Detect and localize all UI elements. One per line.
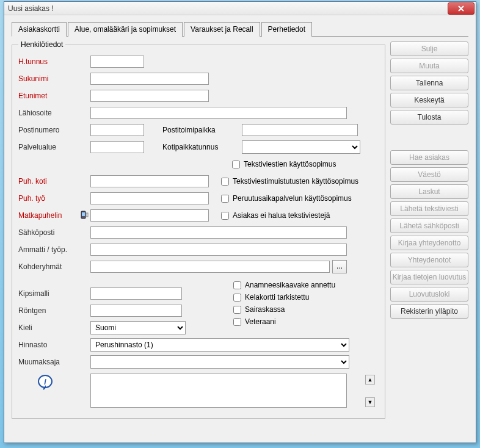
- label-htunnus: H.tunnus: [18, 57, 90, 66]
- notes-textarea[interactable]: [90, 374, 347, 408]
- label-ammatti: Ammatti / työp.: [18, 245, 90, 254]
- rekisterin-yllapito-button[interactable]: Rekisterin ylläpito: [390, 304, 468, 319]
- tab-varaukset[interactable]: Varaukset ja Recall: [184, 22, 260, 37]
- svg-rect-1: [82, 212, 85, 216]
- status-checks: Anamneesikaavake annettu Kelakortti tark…: [233, 281, 335, 337]
- label-etunimet: Etunimet: [18, 92, 90, 100]
- dialog-window: Uusi asiakas ! Asiakaskortti Alue, omalä…: [4, 1, 476, 443]
- puhtyo-input[interactable]: [90, 192, 209, 204]
- postitoimipaikka-input[interactable]: [242, 124, 358, 136]
- scroll-down-button[interactable]: ▼: [365, 397, 375, 407]
- label-palvelualue: Palvelualue: [18, 143, 90, 151]
- chk-veteraani[interactable]: Veteraani: [233, 317, 335, 326]
- luovutusloki-button[interactable]: Luovutusloki: [390, 287, 468, 302]
- kohderyhmat-input[interactable]: [90, 261, 330, 273]
- mobile-icon: [79, 211, 89, 220]
- kieli-select[interactable]: Suomi: [90, 321, 186, 334]
- kirjaa-yhteydenotto-button[interactable]: Kirjaa yhteydenotto: [390, 236, 468, 250]
- rontgen-input[interactable]: [90, 305, 182, 317]
- keskeyta-button[interactable]: Keskeytä: [390, 93, 468, 107]
- postinumero-input[interactable]: [90, 124, 144, 136]
- label-kieli: Kieli: [18, 323, 90, 332]
- window-title: Uusi asiakas !: [8, 4, 54, 13]
- muumaksaja-select[interactable]: [90, 355, 349, 369]
- label-rontgen: Röntgen: [18, 306, 90, 315]
- sidebar: Sulje Muuta Tallenna Keskeytä Tulosta Ha…: [390, 40, 468, 419]
- kohderyhmat-browse-button[interactable]: ...: [332, 260, 347, 273]
- close-button[interactable]: [448, 2, 475, 15]
- chk-muistutus-sopimus[interactable]: Tekstiviestimuistutusten käyttösopimus: [221, 177, 358, 186]
- chk-anamneesi[interactable]: Anamneesikaavake annettu: [233, 281, 335, 289]
- label-kipsimalli: Kipsimalli: [18, 289, 90, 298]
- scroll-up-button[interactable]: ▲: [365, 375, 375, 385]
- puhkoti-input[interactable]: [90, 175, 209, 187]
- kotipaikkatunnus-select[interactable]: [242, 140, 360, 154]
- label-puhtyo: Puh. työ: [18, 194, 90, 203]
- muuta-button[interactable]: Muuta: [390, 59, 468, 73]
- chk-sairaskassa[interactable]: Sairaskassa: [233, 305, 335, 314]
- sukunimi-input[interactable]: [90, 73, 209, 85]
- matkapuhelin-input[interactable]: [90, 209, 209, 222]
- henkilotiedot-fieldset: Henkilötiedot H.tunnus Sukunimi Etunimet: [12, 40, 385, 419]
- close-icon: [458, 5, 464, 12]
- tallenna-button[interactable]: Tallenna: [390, 76, 468, 90]
- titlebar: Uusi asiakas !: [4, 2, 476, 15]
- label-puhkoti: Puh. koti: [18, 177, 90, 186]
- sahkoposti-input[interactable]: [90, 226, 347, 239]
- label-sahkoposti: Sähköposti: [18, 228, 90, 237]
- tab-asiakaskortti[interactable]: Asiakaskortti: [12, 22, 67, 37]
- kirjaa-luovutus-button[interactable]: Kirjaa tietojen luovutus: [390, 270, 468, 284]
- ammatti-input[interactable]: [90, 244, 347, 256]
- hinnasto-select[interactable]: Perushinnasto (1): [90, 338, 349, 352]
- sms-checks: Tekstiviestien käyttösopimus: [232, 159, 336, 170]
- laheta-sahkoposti-button[interactable]: Lähetä sähköposti: [390, 219, 468, 233]
- label-postinumero: Postinumero: [18, 126, 90, 134]
- laheta-tekstiviesti-button[interactable]: Lähetä tekstiviesti: [390, 201, 468, 216]
- lahiosoite-input[interactable]: [90, 107, 347, 119]
- vaesto-button[interactable]: Väestö: [390, 167, 468, 182]
- label-postitoimipaikka: Postitoimipaikka: [162, 126, 242, 134]
- palvelualue-input[interactable]: [90, 141, 144, 153]
- laskut-button[interactable]: Laskut: [390, 184, 468, 199]
- sulje-button[interactable]: Sulje: [390, 42, 468, 56]
- form-panel: Henkilötiedot H.tunnus Sukunimi Etunimet: [12, 40, 385, 419]
- tab-bar: Asiakaskortti Alue, omalääkäri ja sopimu…: [12, 21, 468, 37]
- label-kotipaikkatunnus: Kotipaikkatunnus: [162, 143, 242, 151]
- tulosta-button[interactable]: Tulosta: [390, 110, 468, 125]
- hae-asiakas-button[interactable]: Hae asiakas: [390, 150, 468, 165]
- yhteydenotot-button[interactable]: Yhteydenotot: [390, 253, 468, 267]
- svg-rect-2: [86, 213, 88, 217]
- label-muumaksaja: Muumaksaja: [18, 358, 90, 366]
- chk-ei-tekstiviesteja[interactable]: Asiakas ei halua tekstiviestejä: [221, 211, 330, 220]
- label-lahiosoite: Lähiosoite: [18, 109, 90, 117]
- label-kohderyhmat: Kohderyhmät: [18, 262, 90, 271]
- label-matkapuhelin: Matkapuhelin: [18, 211, 79, 220]
- chk-kelakortti[interactable]: Kelakortti tarkistettu: [233, 293, 335, 302]
- etunimet-input[interactable]: [90, 90, 209, 102]
- kipsimalli-input[interactable]: [90, 287, 182, 300]
- chk-peruutus-sopimus[interactable]: Peruutusaikapalvelun käyttösopimus: [221, 194, 352, 203]
- info-icon: i: [37, 384, 54, 392]
- chk-tekstiviesti-sopimus[interactable]: Tekstiviestien käyttösopimus: [232, 160, 336, 168]
- htunnus-input[interactable]: [90, 56, 144, 68]
- tab-alue[interactable]: Alue, omalääkäri ja sopimukset: [68, 22, 183, 37]
- label-hinnasto: Hinnasto: [18, 341, 90, 349]
- label-sukunimi: Sukunimi: [18, 74, 90, 83]
- fieldset-legend: Henkilötiedot: [18, 40, 65, 49]
- tab-perhetiedot[interactable]: Perhetiedot: [261, 22, 312, 37]
- content-area: Asiakaskortti Alue, omalääkäri ja sopimu…: [4, 15, 476, 425]
